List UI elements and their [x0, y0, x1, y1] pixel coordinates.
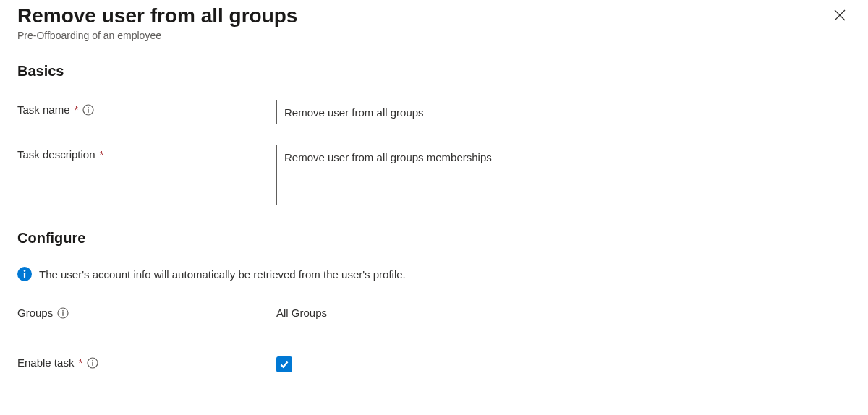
task-name-input[interactable]: [276, 100, 746, 124]
enable-task-checkbox[interactable]: [276, 356, 292, 372]
info-icon[interactable]: [82, 104, 94, 116]
page-title: Remove user from all groups: [17, 3, 297, 28]
section-configure-heading: Configure: [17, 230, 851, 247]
info-banner-text: The user's account info will automatical…: [39, 268, 406, 281]
svg-rect-10: [63, 312, 64, 315]
svg-point-6: [24, 270, 26, 272]
svg-point-12: [92, 359, 93, 361]
task-name-label-text: Task name: [17, 103, 70, 116]
task-description-label: Task description *: [17, 145, 276, 161]
groups-label-text: Groups: [17, 307, 53, 319]
info-icon[interactable]: [87, 357, 98, 369]
close-icon: [833, 9, 846, 24]
close-button[interactable]: [829, 4, 851, 28]
groups-value: All Groups: [276, 303, 327, 319]
page-subtitle: Pre-Offboarding of an employee: [17, 30, 297, 41]
info-icon[interactable]: [57, 307, 69, 319]
section-basics-heading: Basics: [17, 63, 851, 80]
task-description-label-text: Task description: [17, 148, 95, 161]
enable-task-label-text: Enable task: [17, 356, 74, 369]
svg-rect-13: [93, 361, 93, 365]
required-asterisk: *: [78, 356, 82, 369]
task-description-input[interactable]: [276, 145, 746, 205]
required-asterisk: *: [100, 148, 104, 161]
enable-task-label: Enable task *: [17, 355, 276, 369]
groups-label: Groups: [17, 303, 276, 319]
info-icon: [17, 267, 32, 281]
svg-point-9: [62, 309, 64, 311]
svg-rect-7: [24, 273, 25, 278]
svg-point-3: [88, 106, 89, 108]
task-name-label: Task name *: [17, 100, 276, 116]
required-asterisk: *: [75, 103, 79, 116]
svg-rect-4: [88, 108, 89, 112]
